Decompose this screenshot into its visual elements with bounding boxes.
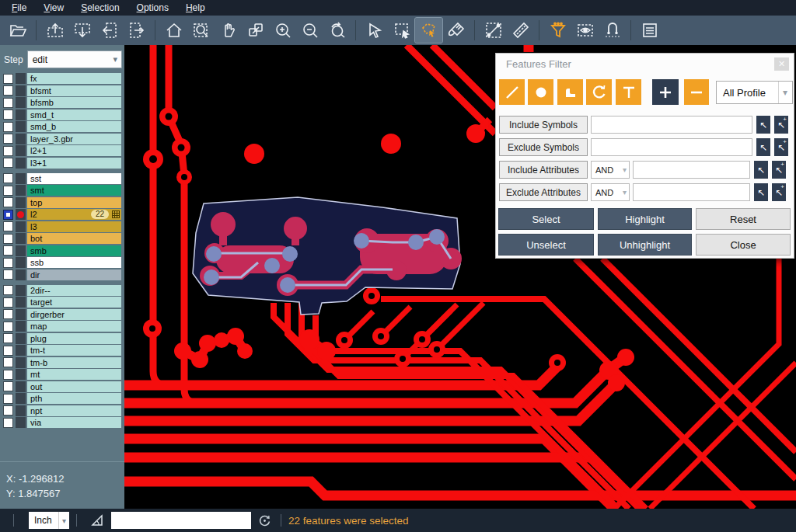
layer-visibility-checkbox[interactable] (3, 357, 13, 367)
close-button[interactable]: Close (696, 234, 791, 256)
layer-label[interactable]: plug (27, 333, 121, 344)
layer-label[interactable]: fx (27, 73, 121, 84)
layer-label[interactable]: l3+1 (27, 158, 121, 169)
layer-active-cell[interactable] (16, 285, 26, 296)
layer-visibility-checkbox[interactable] (3, 98, 13, 108)
menu-help[interactable]: Help (177, 1, 214, 16)
layer-label[interactable]: l3 (27, 221, 121, 232)
layer-active-cell[interactable] (16, 173, 26, 184)
polygon-select-icon[interactable] (415, 18, 442, 43)
layer-row-2dir--[interactable]: 2dir-- (0, 285, 124, 296)
layer-label[interactable]: mt (27, 369, 121, 380)
layer-active-cell[interactable] (16, 357, 26, 368)
pick-attribute-icon[interactable]: ↖ (754, 161, 768, 179)
layers-panel-icon[interactable] (636, 18, 663, 43)
layer-active-cell[interactable] (16, 158, 26, 169)
pick-attribute-icon[interactable]: ↖ (754, 183, 768, 201)
layer-row-mt[interactable]: mt (0, 369, 124, 380)
layer-active-cell[interactable] (16, 417, 26, 428)
layer-active-cell[interactable] (16, 73, 26, 84)
layer-active-cell[interactable] (16, 221, 26, 232)
include-attributes-operator-select[interactable]: AND ▾ (591, 161, 630, 179)
layer-active-cell[interactable] (16, 110, 26, 120)
active-layer-dot[interactable] (16, 209, 26, 220)
menu-file[interactable]: File (3, 1, 35, 16)
open-icon[interactable] (4, 18, 31, 43)
home-view-icon[interactable] (160, 18, 187, 43)
layer-visibility-checkbox[interactable] (3, 322, 13, 332)
layer-label[interactable]: pth (27, 393, 121, 404)
layer-active-cell[interactable] (16, 134, 26, 144)
layer-row-map[interactable]: map (0, 321, 124, 332)
layer-row-tm-b[interactable]: tm-b (0, 357, 124, 368)
layer-visibility-checkbox[interactable] (3, 245, 13, 256)
layer-visibility-checkbox[interactable] (3, 309, 13, 319)
layer-row-sst[interactable]: sst (0, 173, 124, 184)
measure-ruler-icon[interactable] (507, 18, 534, 43)
layer-row-fx[interactable]: fx (0, 73, 124, 84)
layer-label[interactable]: bfsmt (27, 85, 121, 96)
include-attributes-input[interactable] (633, 161, 750, 179)
layer-label[interactable]: out (27, 381, 121, 392)
close-icon[interactable]: ✕ (774, 57, 789, 71)
dialog-title[interactable]: Features Filter (496, 54, 794, 75)
layer-row-bfsmt[interactable]: bfsmt (0, 85, 124, 96)
refresh-icon[interactable] (258, 514, 271, 527)
layer-label[interactable]: l222 (27, 209, 121, 220)
layer-row-bot[interactable]: bot (0, 233, 124, 244)
zoom-in-icon[interactable] (269, 18, 296, 43)
layer-visibility-checkbox[interactable] (3, 221, 13, 231)
zoom-window-icon[interactable] (187, 18, 215, 43)
layer-row-l3[interactable]: l3 (0, 221, 124, 232)
pad-feature-button[interactable] (528, 79, 553, 105)
zoom-dynamic-icon[interactable] (242, 18, 269, 43)
menu-view[interactable]: View (35, 1, 72, 16)
menu-selection[interactable]: Selection (72, 1, 127, 16)
layer-visibility-checkbox[interactable] (3, 370, 13, 380)
layer-visibility-checkbox[interactable] (3, 186, 13, 196)
layer-label[interactable]: dir (27, 269, 121, 280)
pick-add-attribute-icon[interactable]: ↖+ (772, 161, 786, 179)
measure-line-icon[interactable] (480, 18, 507, 43)
include-attributes-button[interactable]: Include Attributes (499, 161, 588, 179)
command-input[interactable] (111, 512, 251, 529)
layer-label[interactable]: layer_3.gbr (27, 134, 121, 144)
layer-visibility-checkbox[interactable] (3, 173, 13, 183)
pan-left-icon[interactable] (96, 18, 123, 43)
zoom-out-icon[interactable] (296, 18, 323, 43)
zoom-previous-icon[interactable] (323, 18, 351, 43)
layer-visibility-checkbox[interactable] (3, 197, 13, 207)
pan-right-icon[interactable] (123, 18, 150, 43)
layer-active-cell[interactable] (16, 309, 26, 320)
layer-visibility-checkbox[interactable] (3, 134, 13, 144)
layer-label[interactable]: tm-b (27, 357, 121, 368)
pick-add-symbol-icon[interactable]: ↖+ (774, 138, 788, 156)
layer-row-dir[interactable]: dir (0, 269, 124, 280)
layer-row-smd_b[interactable]: smd_b (0, 121, 124, 132)
layer-visibility-checkbox[interactable] (3, 405, 13, 416)
layer-active-cell[interactable] (16, 297, 26, 308)
layer-label[interactable]: 2dir-- (27, 285, 121, 296)
pick-add-symbol-icon[interactable]: ↖+ (774, 116, 788, 134)
reset-button[interactable]: Reset (696, 208, 791, 230)
layer-active-cell[interactable] (16, 197, 26, 208)
layer-row-npt[interactable]: npt (0, 405, 124, 416)
layer-row-l3+1[interactable]: l3+1 (0, 158, 124, 169)
exclude-symbols-input[interactable] (591, 138, 752, 156)
layer-visibility-checkbox[interactable] (3, 285, 13, 295)
profile-select[interactable]: All Profile ▾ (716, 81, 793, 104)
layer-visibility-checkbox[interactable] (3, 85, 13, 96)
unselect-button[interactable]: Unselect (498, 234, 594, 256)
step-select[interactable]: edit ▾ (27, 50, 122, 68)
pick-add-attribute-icon[interactable]: ↖+ (772, 183, 786, 201)
layer-row-smb[interactable]: smb (0, 245, 124, 256)
layer-label[interactable]: ssb (27, 257, 121, 268)
layer-visibility-checkbox[interactable] (3, 394, 13, 404)
layer-label[interactable]: target (27, 297, 121, 308)
layer-row-pth[interactable]: pth (0, 393, 124, 404)
exclude-attributes-button[interactable]: Exclude Attributes (499, 183, 588, 201)
layer-label[interactable]: dirgerber (27, 309, 121, 320)
layer-active-cell[interactable] (16, 97, 26, 108)
view-options-icon[interactable] (571, 18, 599, 43)
layer-visibility-checkbox[interactable] (3, 269, 13, 280)
